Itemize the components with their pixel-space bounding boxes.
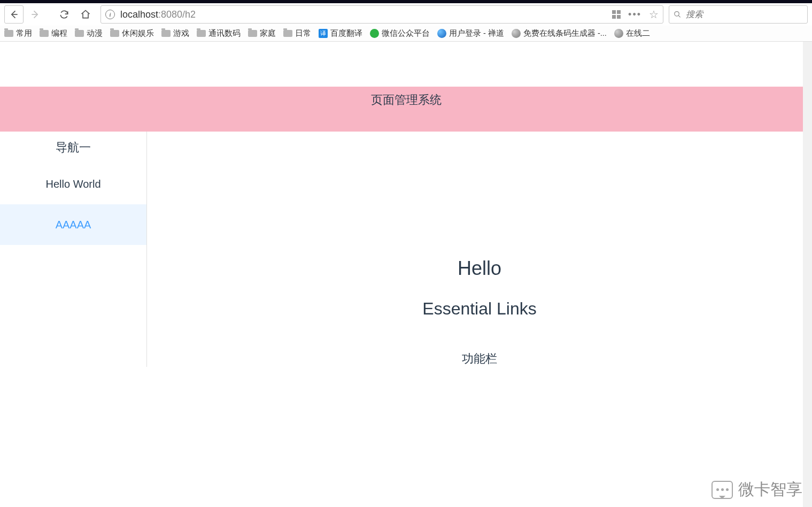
folder-icon xyxy=(75,30,84,37)
folder-icon xyxy=(283,30,292,37)
search-input[interactable] xyxy=(686,10,803,19)
page-viewport: 页面管理系统 导航一 Hello WorldAAAAA Hello Essent… xyxy=(0,42,812,507)
site-info-icon[interactable]: i xyxy=(105,10,115,19)
bookmark-label: 免费在线条码生成器 -... xyxy=(523,28,607,39)
bookmarks-bar: 常用编程动漫休闲娱乐游戏通讯数码家庭日常译百度翻译微信公众平台用户登录 - 禅道… xyxy=(0,26,812,42)
bookmark-label: 用户登录 - 禅道 xyxy=(449,28,504,39)
url-bar[interactable]: i localhost:8080/h2 ••• ☆ xyxy=(100,5,663,24)
bookmark-label: 常用 xyxy=(16,28,32,39)
watermark: 微卡智享 xyxy=(712,479,802,501)
page-header: 页面管理系统 xyxy=(0,87,812,132)
bookmark-label: 家庭 xyxy=(260,28,276,39)
globe-icon xyxy=(614,29,623,38)
browser-navigation-bar: i localhost:8080/h2 ••• ☆ xyxy=(0,3,812,26)
url-path: :8080/h2 xyxy=(158,9,196,20)
content-heading-1: Hello xyxy=(147,257,812,280)
url-text: localhost:8080/h2 xyxy=(120,9,196,20)
page-header-title: 页面管理系统 xyxy=(371,93,442,106)
bookmark-star-icon[interactable]: ☆ xyxy=(649,8,659,21)
sidebar-item-label: Hello World xyxy=(46,178,101,190)
qr-code-icon[interactable] xyxy=(612,10,621,19)
bookmark-item[interactable]: 用户登录 - 禅道 xyxy=(437,28,504,39)
folder-icon xyxy=(4,30,13,37)
sidebar: 导航一 Hello WorldAAAAA xyxy=(0,132,147,367)
folder-icon xyxy=(40,30,49,37)
bookmark-item[interactable]: 编程 xyxy=(40,28,67,39)
bookmark-label: 在线二 xyxy=(626,28,650,39)
reload-button[interactable] xyxy=(55,5,74,24)
folder-icon xyxy=(161,30,171,37)
bookmark-label: 游戏 xyxy=(173,28,189,39)
sidebar-item-label: AAAAA xyxy=(56,219,91,231)
favicon-icon: 译 xyxy=(319,29,328,38)
main-content: Hello Essential Links 功能栏 xyxy=(147,132,812,367)
bookmark-item[interactable]: 休闲娱乐 xyxy=(110,28,154,39)
content-heading-3: 功能栏 xyxy=(147,351,812,367)
search-bar[interactable] xyxy=(669,5,808,24)
home-button[interactable] xyxy=(76,5,95,24)
page-content: 页面管理系统 导航一 Hello WorldAAAAA Hello Essent… xyxy=(0,42,812,367)
search-icon xyxy=(674,10,682,19)
sidebar-item[interactable]: Hello World xyxy=(0,164,146,204)
bookmark-item[interactable]: 家庭 xyxy=(248,28,276,39)
bookmark-item[interactable]: 译百度翻译 xyxy=(319,28,362,39)
bookmark-item[interactable]: 常用 xyxy=(4,28,32,39)
bookmark-label: 微信公众平台 xyxy=(382,28,430,39)
bookmark-label: 动漫 xyxy=(87,28,103,39)
content-heading-2: Essential Links xyxy=(147,299,812,319)
sidebar-section-title[interactable]: 导航一 xyxy=(0,132,146,164)
folder-icon xyxy=(248,30,257,37)
globe-icon xyxy=(437,29,446,38)
bookmark-item[interactable]: 在线二 xyxy=(614,28,650,39)
sidebar-item[interactable]: AAAAA xyxy=(0,204,146,245)
wechat-chat-icon xyxy=(712,481,733,499)
bookmark-label: 百度翻译 xyxy=(330,28,362,39)
url-host: localhost xyxy=(120,9,158,20)
watermark-text: 微卡智享 xyxy=(738,479,802,501)
forward-button[interactable] xyxy=(26,5,45,24)
bookmark-item[interactable]: 免费在线条码生成器 -... xyxy=(512,28,607,39)
bookmark-label: 通讯数码 xyxy=(208,28,241,39)
vertical-scrollbar[interactable] xyxy=(803,42,812,507)
favicon-icon xyxy=(370,29,379,38)
svg-point-0 xyxy=(675,12,679,16)
bookmark-item[interactable]: 微信公众平台 xyxy=(370,28,430,39)
bookmark-label: 编程 xyxy=(51,28,67,39)
bookmark-item[interactable]: 通讯数码 xyxy=(197,28,241,39)
bookmark-item[interactable]: 动漫 xyxy=(75,28,103,39)
globe-icon xyxy=(512,29,521,38)
back-button[interactable] xyxy=(4,5,24,24)
bookmark-label: 休闲娱乐 xyxy=(122,28,154,39)
page-actions-menu-icon[interactable]: ••• xyxy=(628,9,641,20)
bookmark-item[interactable]: 游戏 xyxy=(161,28,189,39)
bookmark-item[interactable]: 日常 xyxy=(283,28,311,39)
folder-icon xyxy=(197,30,206,37)
bookmark-label: 日常 xyxy=(295,28,311,39)
folder-icon xyxy=(110,30,119,37)
